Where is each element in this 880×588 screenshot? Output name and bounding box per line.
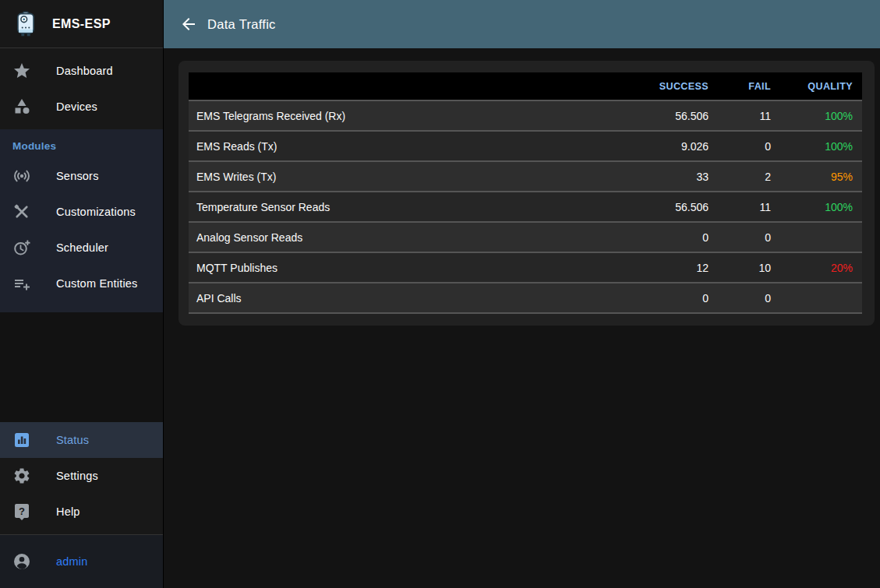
sidebar-item-status[interactable]: Status xyxy=(0,422,163,458)
cell-metric: EMS Telegrams Received (Rx) xyxy=(189,110,609,122)
cell-success: 0 xyxy=(609,292,718,305)
table-row: Analog Sensor Reads 0 0 xyxy=(189,223,862,253)
sidebar-item-admin[interactable]: admin xyxy=(0,544,163,579)
cell-success: 12 xyxy=(609,262,718,274)
category-icon xyxy=(12,97,31,116)
cell-fail: 0 xyxy=(718,292,780,305)
table-row: MQTT Publishes 12 10 20% xyxy=(189,253,862,283)
sidebar-item-custom-entities[interactable]: Custom Entities xyxy=(0,266,163,301)
cell-metric: EMS Reads (Tx) xyxy=(189,140,609,153)
sidebar-item-customizations[interactable]: Customizations xyxy=(0,194,163,230)
sidebar-item-label: Sensors xyxy=(56,170,99,182)
sidebar-item-label: Devices xyxy=(56,100,97,113)
table-row: Temperature Sensor Reads 56.506 11 100% xyxy=(189,192,862,223)
cell-success: 0 xyxy=(609,231,718,244)
column-header-success: SUCCESS xyxy=(609,81,718,92)
cell-fail: 10 xyxy=(718,262,780,274)
app-header: EMS-ESP xyxy=(0,0,163,48)
sidebar-spacer xyxy=(0,312,163,422)
star-icon xyxy=(12,62,31,80)
account-circle-icon xyxy=(12,552,31,571)
cell-success: 56.506 xyxy=(609,110,718,122)
help-icon: ? xyxy=(12,502,31,521)
construction-tools-icon xyxy=(12,202,31,221)
cell-quality: 100% xyxy=(780,110,862,122)
playlist-add-icon xyxy=(12,274,31,293)
column-header-fail: FAIL xyxy=(718,81,780,92)
sidebar-group-bottom: Status Settings ? Help xyxy=(0,422,163,534)
sidebar-item-label: Dashboard xyxy=(56,65,113,77)
cell-fail: 0 xyxy=(718,140,780,153)
sidebar-group-top: Dashboard Devices xyxy=(0,48,163,129)
sidebar-item-dashboard[interactable]: Dashboard xyxy=(0,53,163,89)
sidebar-item-label: Scheduler xyxy=(56,241,108,254)
page-title: Data Traffic xyxy=(207,17,276,32)
traffic-table: SUCCESS FAIL QUALITY EMS Telegrams Recei… xyxy=(189,72,862,314)
app-bar: Data Traffic xyxy=(164,0,880,48)
sidebar-item-sensors[interactable]: Sensors xyxy=(0,158,163,194)
app-name: EMS-ESP xyxy=(52,17,111,31)
analytics-icon xyxy=(12,431,31,449)
modules-heading: Modules xyxy=(0,132,163,158)
table-header-row: SUCCESS FAIL QUALITY xyxy=(189,72,862,101)
cell-quality: 100% xyxy=(780,201,862,213)
column-header-quality: QUALITY xyxy=(780,81,862,92)
cell-quality: 20% xyxy=(780,262,862,274)
table-row: EMS Reads (Tx) 9.026 0 100% xyxy=(189,132,862,162)
sidebar: EMS-ESP Dashboard Devices Modules xyxy=(0,0,164,588)
cell-metric: Analog Sensor Reads xyxy=(189,231,609,244)
signed-in-user: admin xyxy=(56,555,88,568)
cell-metric: Temperature Sensor Reads xyxy=(189,201,609,213)
cell-success: 56.506 xyxy=(609,201,718,213)
sidebar-item-label: Custom Entities xyxy=(56,277,138,290)
back-button[interactable] xyxy=(179,15,198,33)
content: SUCCESS FAIL QUALITY EMS Telegrams Recei… xyxy=(164,48,880,588)
cell-success: 33 xyxy=(609,171,718,183)
sidebar-item-label: Settings xyxy=(56,470,98,482)
sidebar-item-help[interactable]: ? Help xyxy=(0,494,163,530)
cell-metric: EMS Writes (Tx) xyxy=(189,171,609,183)
sidebar-item-label: Help xyxy=(56,505,80,518)
cell-fail: 11 xyxy=(718,110,780,122)
data-traffic-card: SUCCESS FAIL QUALITY EMS Telegrams Recei… xyxy=(178,61,875,326)
sidebar-group-user: admin xyxy=(0,534,163,588)
sidebar-group-modules: Modules Sensors Custo xyxy=(0,129,163,312)
clock-plus-icon xyxy=(12,238,31,257)
sidebar-item-settings[interactable]: Settings xyxy=(0,458,163,494)
sidebar-item-scheduler[interactable]: Scheduler xyxy=(0,230,163,266)
cell-metric: API Calls xyxy=(189,292,609,305)
arrow-left-icon xyxy=(179,15,198,33)
cell-fail: 11 xyxy=(718,201,780,213)
sidebar-item-label: Status xyxy=(56,434,89,446)
table-row: EMS Writes (Tx) 33 2 95% xyxy=(189,162,862,192)
svg-text:?: ? xyxy=(19,505,25,517)
cell-quality: 100% xyxy=(780,140,862,153)
cell-success: 9.026 xyxy=(609,140,718,153)
cell-fail: 2 xyxy=(718,171,780,183)
cell-metric: MQTT Publishes xyxy=(189,262,609,274)
gear-icon xyxy=(12,467,31,485)
sidebar-item-devices[interactable]: Devices xyxy=(0,89,163,125)
table-row: API Calls 0 0 xyxy=(189,283,862,314)
main-area: Data Traffic SUCCESS FAIL QUALITY EMS Te… xyxy=(164,0,880,588)
sensors-icon xyxy=(12,167,31,185)
boiler-logo-icon xyxy=(12,10,40,38)
cell-fail: 0 xyxy=(718,231,780,244)
table-row: EMS Telegrams Received (Rx) 56.506 11 10… xyxy=(189,101,862,132)
cell-quality: 95% xyxy=(780,171,862,183)
sidebar-item-label: Customizations xyxy=(56,206,136,218)
